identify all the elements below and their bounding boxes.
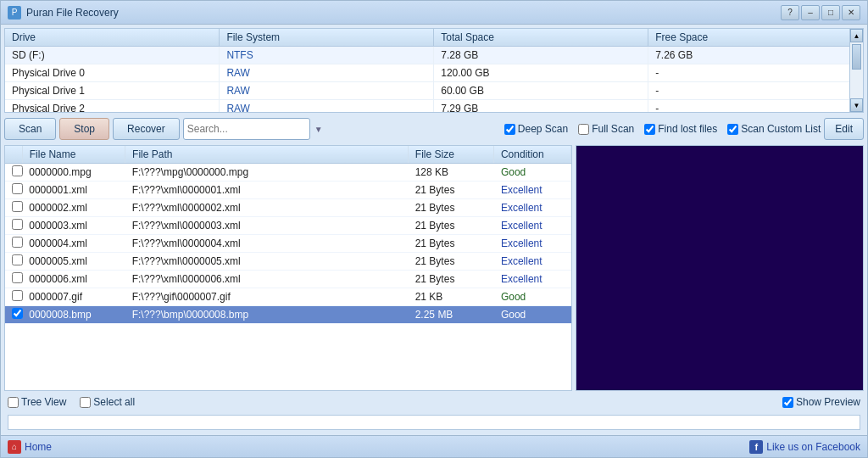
file-row[interactable]: 0000003.xml F:\???\xml\0000003.xml 21 By… — [5, 217, 571, 235]
scrollbar-track — [850, 42, 863, 98]
file-name: 0000000.mpg — [22, 164, 125, 182]
show-preview-checkbox[interactable] — [782, 397, 793, 408]
drive-row[interactable]: Physical Drive 1 RAW 60.00 GB - — [5, 82, 863, 100]
window-controls: ? – □ ✕ — [781, 5, 860, 20]
file-checkbox[interactable] — [12, 183, 23, 194]
recover-button[interactable]: Recover — [113, 118, 180, 140]
file-size: 2.25 MB — [409, 306, 494, 324]
scrollbar-thumb[interactable] — [852, 44, 861, 70]
col-filesystem: File System — [220, 29, 434, 47]
drive-row[interactable]: SD (F:) NTFS 7.28 GB 7.26 GB — [5, 47, 863, 64]
file-condition: Excellent — [494, 217, 571, 235]
file-condition: Good — [494, 306, 571, 324]
scan-custom-option[interactable]: Scan Custom List — [727, 123, 821, 135]
drive-fs: RAW — [220, 82, 434, 100]
file-checkbox[interactable] — [12, 201, 23, 212]
edit-button[interactable]: Edit — [824, 118, 864, 140]
home-link[interactable]: ⌂ Home — [8, 440, 52, 454]
file-row[interactable]: 0000008.bmp F:\???\bmp\0000008.bmp 2.25 … — [5, 306, 571, 324]
scan-custom-checkbox[interactable] — [727, 124, 738, 135]
deep-scan-option[interactable]: Deep Scan — [504, 123, 568, 135]
select-all-option[interactable]: Select all — [80, 396, 135, 408]
file-size: 21 Bytes — [409, 199, 494, 217]
scrollbar-up[interactable]: ▲ — [850, 29, 863, 42]
col-condition: Condition — [493, 146, 570, 164]
preview-section — [576, 145, 864, 391]
file-size: 21 Bytes — [409, 182, 494, 199]
file-row[interactable]: 0000000.mpg F:\???\mpg\0000000.mpg 128 K… — [5, 164, 571, 182]
content-area: Drive File System Total Space Free Space… — [1, 25, 867, 435]
col-filesize: File Size — [408, 146, 493, 164]
file-row[interactable]: 0000005.xml F:\???\xml\0000005.xml 21 By… — [5, 253, 571, 271]
drive-free: - — [648, 100, 863, 114]
file-checkbox[interactable] — [12, 165, 23, 176]
drive-table: Drive File System Total Space Free Space… — [5, 29, 863, 113]
deep-scan-checkbox[interactable] — [504, 124, 515, 135]
facebook-link[interactable]: f Like us on Facebook — [749, 440, 860, 454]
file-table: 0000000.mpg F:\???\mpg\0000000.mpg 128 K… — [5, 164, 571, 324]
main-window: P Puran File Recovery ? – □ ✕ Drive File… — [0, 0, 868, 458]
tree-view-option[interactable]: Tree View — [8, 396, 66, 408]
search-dropdown-icon[interactable]: ▼ — [314, 125, 323, 134]
tree-view-checkbox[interactable] — [8, 397, 19, 408]
file-checkbox[interactable] — [12, 254, 23, 265]
footer: ⌂ Home f Like us on Facebook — [1, 435, 867, 457]
file-row[interactable]: 0000001.xml F:\???\xml\0000001.xml 21 By… — [5, 182, 571, 199]
file-checkbox[interactable] — [12, 237, 23, 248]
file-row[interactable]: 0000006.xml F:\???\xml\0000006.xml 21 By… — [5, 271, 571, 288]
search-box[interactable]: ▼ — [183, 118, 310, 140]
close-button[interactable]: ✕ — [842, 5, 860, 20]
file-name: 0000002.xml — [22, 199, 125, 217]
file-condition: Good — [494, 288, 571, 306]
drive-free: 7.26 GB — [648, 47, 863, 64]
drive-total: 60.00 GB — [434, 82, 648, 100]
file-name: 0000004.xml — [22, 235, 125, 253]
file-row[interactable]: 0000002.xml F:\???\xml\0000002.xml 21 By… — [5, 199, 571, 217]
bottom-bar: Tree View Select all Show Preview — [4, 394, 864, 410]
app-icon: P — [8, 6, 21, 20]
find-lost-option[interactable]: Find lost files — [644, 123, 717, 135]
file-size: 21 Bytes — [409, 217, 494, 235]
scrollbar-down[interactable]: ▼ — [850, 98, 863, 112]
file-checkbox[interactable] — [12, 272, 23, 283]
file-row[interactable]: 0000004.xml F:\???\xml\0000004.xml 21 By… — [5, 235, 571, 253]
progress-bar — [8, 415, 860, 430]
full-scan-option[interactable]: Full Scan — [578, 123, 634, 135]
drive-free: - — [648, 82, 863, 100]
search-input[interactable] — [187, 123, 314, 135]
file-condition: Excellent — [494, 235, 571, 253]
maximize-button[interactable]: □ — [821, 5, 840, 20]
full-scan-label: Full Scan — [592, 123, 634, 135]
file-checkbox[interactable] — [12, 308, 23, 319]
file-name: 0000003.xml — [22, 217, 125, 235]
drive-row[interactable]: Physical Drive 0 RAW 120.00 GB - — [5, 64, 863, 82]
col-drive: Drive — [5, 29, 220, 47]
col-filepath: File Path — [125, 146, 409, 164]
toolbar: Scan Stop Recover ▼ Deep Scan Full Scan — [4, 116, 864, 142]
file-checkbox[interactable] — [12, 219, 23, 230]
file-path: F:\???\xml\0000001.xml — [125, 182, 409, 199]
file-table-header: File Name File Path File Size Condition — [5, 146, 571, 164]
help-button[interactable]: ? — [781, 5, 799, 20]
scan-options: Deep Scan Full Scan Find lost files Scan… — [504, 123, 821, 135]
drive-fs: RAW — [220, 64, 434, 82]
file-condition: Excellent — [494, 271, 571, 288]
file-row[interactable]: 0000007.gif F:\???\gif\0000007.gif 21 KB… — [5, 288, 571, 306]
drive-section: Drive File System Total Space Free Space… — [4, 28, 864, 113]
select-all-checkbox[interactable] — [80, 397, 91, 408]
show-preview-option[interactable]: Show Preview — [782, 396, 860, 408]
minimize-button[interactable]: – — [801, 5, 820, 20]
file-name: 0000001.xml — [22, 182, 125, 199]
drive-scrollbar[interactable]: ▲ ▼ — [849, 29, 863, 112]
file-list-scroll[interactable]: 0000000.mpg F:\???\mpg\0000000.mpg 128 K… — [5, 164, 571, 390]
facebook-icon: f — [749, 440, 763, 454]
scan-button[interactable]: Scan — [4, 118, 56, 140]
file-checkbox[interactable] — [12, 290, 23, 301]
find-lost-checkbox[interactable] — [644, 124, 655, 135]
drive-name: Physical Drive 2 — [5, 100, 220, 114]
stop-button[interactable]: Stop — [59, 118, 109, 140]
full-scan-checkbox[interactable] — [578, 124, 589, 135]
drive-name: SD (F:) — [5, 47, 220, 64]
drive-fs: RAW — [220, 100, 434, 114]
drive-row[interactable]: Physical Drive 2 RAW 7.29 GB - — [5, 100, 863, 114]
